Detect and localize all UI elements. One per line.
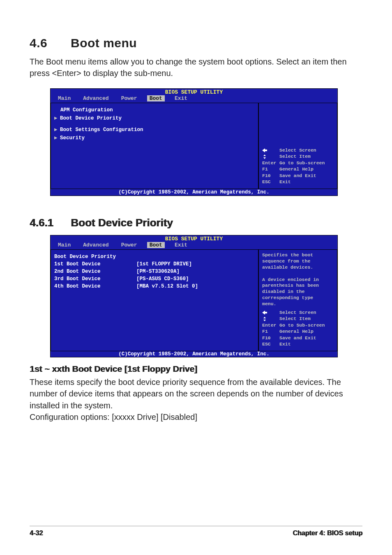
key-legend: Select Screen Select Item EnterGo to Sub… xyxy=(262,309,334,348)
tab-power[interactable]: Power xyxy=(119,242,140,248)
svg-marker-3 xyxy=(262,311,267,315)
page-number: 4-32 xyxy=(30,530,43,537)
option-heading: 1st ~ xxth Boot Device [1st Floppy Drive… xyxy=(30,364,362,374)
tab-exit[interactable]: Exit xyxy=(172,95,190,101)
bios-copyright: (C)Copyright 1985-2002, American Megatre… xyxy=(51,351,337,357)
svg-marker-1 xyxy=(263,154,266,156)
help-text: Specifies the boot sequence from the ava… xyxy=(262,252,334,307)
tab-main[interactable]: Main xyxy=(55,242,73,248)
arrow-left-icon xyxy=(262,147,279,154)
subsection-heading: 4.6.1Boot Device Priority xyxy=(30,216,362,229)
bios-title: BIOS SETUP UTILITY xyxy=(51,235,337,242)
boot-device-row[interactable]: 1st Boot Device [1st FLOPPY DRIVE] xyxy=(53,260,256,268)
arrow-left-icon xyxy=(262,309,279,316)
tab-boot[interactable]: Boot xyxy=(147,95,165,101)
option-description: These items specify the boot device prio… xyxy=(30,376,362,411)
bios-tab-bar: Main Advanced Power Boot Exit xyxy=(51,95,337,103)
svg-marker-0 xyxy=(262,148,267,152)
section-title: Boot menu xyxy=(71,36,137,50)
subsection-title: Boot Device Priority xyxy=(71,216,173,229)
bios-window-boot-menu: BIOS SETUP UTILITY Main Advanced Power B… xyxy=(50,88,338,196)
pane-heading: Boot Device Priority xyxy=(53,253,256,260)
arrows-updown-icon xyxy=(262,153,279,160)
bios-tab-bar: Main Advanced Power Boot Exit xyxy=(51,242,337,249)
bios-title: BIOS SETUP UTILITY xyxy=(51,89,337,95)
menu-item-security[interactable]: ▶Security xyxy=(53,134,256,142)
intro-paragraph: The Boot menu items allow you to change … xyxy=(30,56,362,79)
page-footer: 4-32 Chapter 4: BIOS setup xyxy=(30,526,362,537)
bios-help-pane: Select Screen Select Item EnterGo to Sub… xyxy=(258,103,337,189)
submenu-arrow-icon: ▶ xyxy=(54,134,60,141)
boot-device-row[interactable]: 4th Boot Device [MBA v7.5.12 Slot 0] xyxy=(53,283,256,290)
menu-item-apm[interactable]: APM Configuration xyxy=(53,106,256,114)
svg-marker-2 xyxy=(263,157,266,159)
svg-marker-4 xyxy=(263,317,266,318)
tab-boot[interactable]: Boot xyxy=(147,242,165,248)
tab-advanced[interactable]: Advanced xyxy=(81,242,111,248)
tab-main[interactable]: Main xyxy=(55,95,73,101)
submenu-arrow-icon: ▶ xyxy=(54,126,60,133)
option-config: Configuration options: [xxxxx Drive] [Di… xyxy=(30,411,362,423)
menu-item-boot-priority[interactable]: ▶Boot Device Priority xyxy=(53,114,256,122)
bios-main-pane: Boot Device Priority 1st Boot Device [1s… xyxy=(51,249,258,351)
section-heading: 4.6Boot menu xyxy=(30,36,362,50)
boot-device-row[interactable]: 2nd Boot Device [PM-ST330620A] xyxy=(53,268,256,275)
tab-advanced[interactable]: Advanced xyxy=(81,95,111,101)
arrows-updown-icon xyxy=(262,315,279,322)
chapter-label: Chapter 4: BIOS setup xyxy=(293,530,362,537)
bios-copyright: (C)Copyright 1985-2002, American Megatre… xyxy=(51,189,337,196)
key-legend: Select Screen Select Item EnterGo to Sub… xyxy=(262,147,334,185)
submenu-arrow-icon: ▶ xyxy=(54,115,60,121)
bios-main-pane: APM Configuration ▶Boot Device Priority … xyxy=(51,103,258,189)
svg-marker-5 xyxy=(263,320,266,321)
tab-power[interactable]: Power xyxy=(119,95,140,101)
boot-device-row[interactable]: 3rd Boot Device [PS-ASUS CD-S360] xyxy=(53,275,256,283)
bios-window-boot-priority: BIOS SETUP UTILITY Main Advanced Power B… xyxy=(50,235,338,357)
section-number: 4.6 xyxy=(30,36,71,50)
bios-help-pane: Specifies the boot sequence from the ava… xyxy=(258,249,337,351)
subsection-number: 4.6.1 xyxy=(30,216,71,229)
tab-exit[interactable]: Exit xyxy=(172,242,190,248)
menu-item-boot-settings[interactable]: ▶Boot Settings Configuration xyxy=(53,125,256,134)
